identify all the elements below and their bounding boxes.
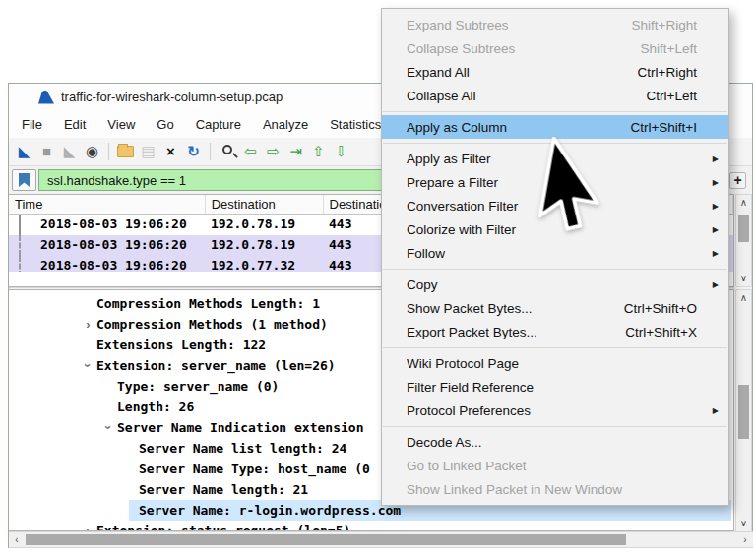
wireshark-fin-icon: [38, 91, 54, 104]
capture-options-icon[interactable]: ◉: [81, 141, 103, 162]
prev-packet-icon[interactable]: ⇦: [239, 141, 262, 162]
toolbar-separator: [108, 143, 109, 160]
related-packet-marker: [19, 256, 21, 272]
packet-detail-context-menu: Expand SubtreesShift+RightCollapse Subtr…: [381, 8, 729, 506]
expander-collapsed-icon[interactable]: ›: [80, 317, 96, 332]
close-file-icon[interactable]: ×: [159, 141, 182, 162]
tree-row-label: Compression Methods (1 method): [96, 317, 328, 332]
menu-item-label: Filter Field Reference: [407, 380, 534, 395]
menu-item-copy[interactable]: Copy▶: [382, 273, 728, 296]
menubar-item-analyze[interactable]: Analyze: [254, 117, 317, 132]
menu-item-label: Export Packet Bytes...: [407, 325, 537, 339]
menu-item-shortcut: Ctrl+Right: [638, 65, 697, 80]
menu-item-label: Expand Subtrees: [407, 18, 509, 32]
menu-item-shortcut: Ctrl+Shift+X: [625, 325, 697, 339]
stop-capture-icon[interactable]: ■: [35, 141, 58, 162]
menu-item-apply-as-column[interactable]: Apply as ColumnCtrl+Shift+I: [382, 115, 728, 139]
menu-item-shortcut: Shift+Left: [641, 41, 697, 56]
menu-item-export-packet-bytes[interactable]: Export Packet Bytes...Ctrl+Shift+X: [382, 320, 728, 343]
menubar-item-statistics[interactable]: Statistics: [321, 117, 390, 132]
first-packet-icon[interactable]: ⇧: [307, 141, 330, 162]
scroll-up-icon[interactable]: ∧: [736, 196, 751, 210]
scroll-up-icon[interactable]: ∧: [736, 291, 751, 305]
menu-item-shortcut: Ctrl+Shift+O: [624, 301, 697, 316]
menu-item-protocol-preferences[interactable]: Protocol Preferences▶: [382, 399, 728, 422]
toolbar-separator: [210, 143, 211, 160]
scroll-left-icon[interactable]: ‹: [9, 532, 25, 547]
expander-expanded-icon[interactable]: ›: [101, 419, 116, 436]
find-packet-icon[interactable]: [222, 145, 232, 154]
menubar-item-file[interactable]: File: [13, 117, 51, 132]
expander-expanded-icon[interactable]: ›: [81, 357, 95, 374]
menu-item-label: Conversation Filter: [407, 199, 518, 214]
cell-destination-port: 443: [329, 216, 351, 231]
scroll-down-icon[interactable]: ∨: [736, 517, 751, 530]
menu-item-wiki-protocol-page[interactable]: Wiki Protocol Page: [382, 351, 728, 375]
menu-item-label: Expand All: [407, 65, 470, 80]
menu-item-follow[interactable]: Follow▶: [382, 241, 728, 265]
start-capture-icon[interactable]: ◣: [13, 141, 35, 162]
tree-row[interactable]: ›Extension: status_request (len=5): [9, 521, 733, 531]
menu-item-shortcut: Ctrl+Shift+I: [630, 120, 697, 135]
related-packet-marker: [19, 235, 21, 256]
menu-item-label: Collapse Subtrees: [407, 41, 515, 56]
tree-row-label: Server Name list length: 24: [139, 441, 346, 456]
menu-item-go-to-linked-packet: Go to Linked Packet: [382, 454, 728, 477]
expander-collapsed-icon[interactable]: ›: [80, 523, 96, 531]
cell-time: 2018-08-03 19:06:20: [40, 258, 187, 272]
last-packet-icon[interactable]: ⇩: [330, 141, 352, 162]
tree-row-label: Server Name Type: host_name (0: [139, 462, 370, 476]
tree-row-label: Server Name Indication extension: [117, 420, 363, 435]
menu-item-decode-as[interactable]: Decode As...: [382, 430, 728, 454]
menubar-item-edit[interactable]: Edit: [55, 117, 94, 132]
restart-capture-icon[interactable]: ◣: [58, 141, 81, 162]
hscroll-thumb[interactable]: [26, 534, 626, 545]
scroll-down-icon[interactable]: ∨: [736, 272, 751, 285]
menu-item-label: Copy: [407, 277, 438, 292]
scroll-right-icon[interactable]: ›: [737, 532, 753, 547]
menu-item-collapse-all[interactable]: Collapse AllCtrl+Left: [382, 84, 728, 107]
menu-item-label: Go to Linked Packet: [407, 459, 527, 473]
menubar-item-capture[interactable]: Capture: [187, 117, 250, 132]
cell-destination-port: 443: [329, 258, 351, 272]
vscroll-thumb[interactable]: [738, 215, 749, 242]
menu-item-label: Protocol Preferences: [407, 403, 531, 418]
menu-item-label: Show Packet Bytes...: [407, 301, 533, 316]
goto-packet-icon[interactable]: ⇥: [284, 141, 307, 162]
tree-row-label: Server Name length: 21: [139, 482, 308, 497]
menu-item-label: Follow: [407, 246, 445, 261]
column-header-time[interactable]: Time: [9, 195, 206, 214]
detail-vscrollbar[interactable]: ∧ ∨: [735, 289, 752, 532]
submenu-arrow-icon: ▶: [709, 178, 719, 187]
menu-item-filter-field-reference[interactable]: Filter Field Reference: [382, 375, 728, 399]
menu-item-show-packet-bytes[interactable]: Show Packet Bytes...Ctrl+Shift+O: [382, 296, 728, 320]
menu-item-label: Colorize with Filter: [407, 222, 516, 237]
menu-item-show-linked-packet-in-new-window: Show Linked Packet in New Window: [382, 477, 728, 501]
open-file-icon[interactable]: [117, 146, 134, 157]
packet-list-vscrollbar[interactable]: ∧ ∨: [735, 194, 752, 287]
save-file-icon[interactable]: ▤: [137, 141, 159, 162]
column-header-destination[interactable]: Destination: [206, 195, 324, 214]
menu-separator: [383, 111, 727, 112]
next-packet-icon[interactable]: ⇨: [262, 141, 284, 162]
menu-separator: [383, 269, 727, 270]
menu-item-shortcut: Ctrl+Left: [647, 89, 697, 103]
reload-icon[interactable]: ↻: [182, 141, 205, 162]
filter-bookmark-button[interactable]: [12, 169, 36, 191]
menu-separator: [383, 347, 727, 348]
tree-row-label: Type: server_name (0): [117, 379, 279, 394]
menu-item-label: Wiki Protocol Page: [407, 356, 519, 371]
menubar-item-view[interactable]: View: [98, 117, 144, 132]
vscroll-thumb[interactable]: [738, 385, 749, 439]
menu-item-expand-subtrees: Expand SubtreesShift+Right: [382, 13, 728, 36]
submenu-arrow-icon: ▶: [709, 280, 719, 289]
menu-item-expand-all[interactable]: Expand AllCtrl+Right: [382, 60, 728, 84]
tree-row-label: Extension: status_request (len=5): [96, 523, 350, 531]
bookmark-icon: [19, 173, 30, 187]
cell-destination: 192.0.78.19: [211, 216, 295, 231]
tree-row-label: Extensions Length: 122: [96, 338, 266, 352]
add-filter-button[interactable]: +: [729, 172, 746, 189]
menu-item-label: Apply as Column: [407, 120, 507, 135]
detail-hscrollbar[interactable]: ‹ ›: [9, 531, 753, 548]
menubar-item-go[interactable]: Go: [148, 117, 182, 132]
